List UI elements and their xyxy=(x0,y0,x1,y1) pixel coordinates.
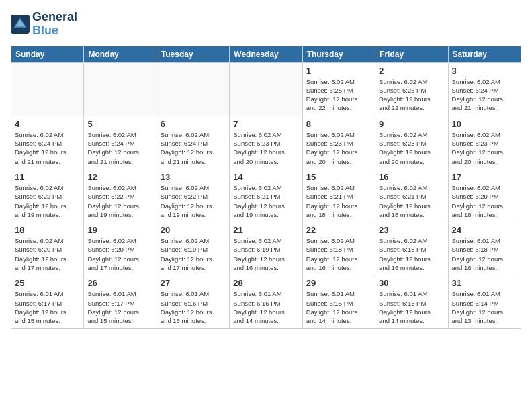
calendar-cell xyxy=(11,62,84,116)
calendar-cell xyxy=(157,62,229,116)
day-info: Sunrise: 6:01 AM Sunset: 6:15 PM Dayligh… xyxy=(306,289,371,325)
calendar-cell: 17Sunrise: 6:02 AM Sunset: 6:20 PM Dayli… xyxy=(448,169,521,222)
day-info: Sunrise: 6:01 AM Sunset: 6:18 PM Dayligh… xyxy=(452,236,517,272)
calendar-cell: 29Sunrise: 6:01 AM Sunset: 6:15 PM Dayli… xyxy=(302,275,375,328)
weekday-header-saturday: Saturday xyxy=(448,46,521,62)
day-number: 29 xyxy=(306,278,371,288)
weekday-header-monday: Monday xyxy=(84,46,157,62)
day-info: Sunrise: 6:02 AM Sunset: 6:21 PM Dayligh… xyxy=(233,183,298,219)
calendar-table: SundayMondayTuesdayWednesdayThursdayFrid… xyxy=(11,46,521,329)
calendar-cell: 22Sunrise: 6:02 AM Sunset: 6:18 PM Dayli… xyxy=(302,222,375,275)
day-number: 24 xyxy=(452,225,517,235)
day-info: Sunrise: 6:02 AM Sunset: 6:23 PM Dayligh… xyxy=(233,130,298,166)
calendar-cell: 1Sunrise: 6:02 AM Sunset: 6:25 PM Daylig… xyxy=(302,62,375,116)
calendar-cell: 26Sunrise: 6:01 AM Sunset: 6:17 PM Dayli… xyxy=(84,275,157,328)
day-info: Sunrise: 6:02 AM Sunset: 6:25 PM Dayligh… xyxy=(306,77,371,113)
day-number: 4 xyxy=(15,119,80,129)
day-number: 17 xyxy=(452,172,517,182)
day-info: Sunrise: 6:02 AM Sunset: 6:20 PM Dayligh… xyxy=(15,236,80,272)
day-number: 11 xyxy=(15,172,80,182)
calendar-cell: 27Sunrise: 6:01 AM Sunset: 6:16 PM Dayli… xyxy=(157,275,229,328)
day-number: 27 xyxy=(161,278,226,288)
week-row-5: 25Sunrise: 6:01 AM Sunset: 6:17 PM Dayli… xyxy=(11,275,521,328)
weekday-header-row: SundayMondayTuesdayWednesdayThursdayFrid… xyxy=(11,46,521,62)
day-number: 26 xyxy=(87,278,152,288)
weekday-header-tuesday: Tuesday xyxy=(157,46,229,62)
day-number: 14 xyxy=(233,172,298,182)
day-number: 13 xyxy=(161,172,226,182)
weekday-header-thursday: Thursday xyxy=(302,46,375,62)
day-info: Sunrise: 6:01 AM Sunset: 6:15 PM Dayligh… xyxy=(379,289,444,325)
page-header: General Blue xyxy=(11,11,521,38)
day-number: 25 xyxy=(15,278,80,288)
day-info: Sunrise: 6:02 AM Sunset: 6:24 PM Dayligh… xyxy=(161,130,226,166)
week-row-4: 18Sunrise: 6:02 AM Sunset: 6:20 PM Dayli… xyxy=(11,222,521,275)
calendar-cell: 30Sunrise: 6:01 AM Sunset: 6:15 PM Dayli… xyxy=(375,275,448,328)
calendar-cell: 3Sunrise: 6:02 AM Sunset: 6:24 PM Daylig… xyxy=(448,62,521,116)
day-info: Sunrise: 6:02 AM Sunset: 6:22 PM Dayligh… xyxy=(87,183,152,219)
calendar-cell: 18Sunrise: 6:02 AM Sunset: 6:20 PM Dayli… xyxy=(11,222,84,275)
day-number: 6 xyxy=(161,119,226,129)
day-number: 15 xyxy=(306,172,371,182)
calendar-cell xyxy=(84,62,157,116)
day-number: 16 xyxy=(379,172,444,182)
calendar-cell xyxy=(230,62,302,116)
calendar-cell: 14Sunrise: 6:02 AM Sunset: 6:21 PM Dayli… xyxy=(230,169,302,222)
weekday-header-friday: Friday xyxy=(375,46,448,62)
calendar-cell: 4Sunrise: 6:02 AM Sunset: 6:24 PM Daylig… xyxy=(11,116,84,169)
calendar-cell: 9Sunrise: 6:02 AM Sunset: 6:23 PM Daylig… xyxy=(375,116,448,169)
day-number: 3 xyxy=(452,66,517,76)
day-info: Sunrise: 6:02 AM Sunset: 6:23 PM Dayligh… xyxy=(452,130,517,166)
logo-text: General Blue xyxy=(32,11,77,38)
calendar-cell: 6Sunrise: 6:02 AM Sunset: 6:24 PM Daylig… xyxy=(157,116,229,169)
day-info: Sunrise: 6:02 AM Sunset: 6:23 PM Dayligh… xyxy=(379,130,444,166)
calendar-cell: 31Sunrise: 6:01 AM Sunset: 6:14 PM Dayli… xyxy=(448,275,521,328)
day-info: Sunrise: 6:02 AM Sunset: 6:19 PM Dayligh… xyxy=(161,236,226,272)
logo: General Blue xyxy=(11,11,77,38)
calendar-cell: 5Sunrise: 6:02 AM Sunset: 6:24 PM Daylig… xyxy=(84,116,157,169)
calendar-cell: 23Sunrise: 6:02 AM Sunset: 6:18 PM Dayli… xyxy=(375,222,448,275)
day-info: Sunrise: 6:02 AM Sunset: 6:25 PM Dayligh… xyxy=(379,77,444,113)
calendar-cell: 13Sunrise: 6:02 AM Sunset: 6:22 PM Dayli… xyxy=(157,169,229,222)
day-info: Sunrise: 6:01 AM Sunset: 6:17 PM Dayligh… xyxy=(87,289,152,325)
calendar-cell: 8Sunrise: 6:02 AM Sunset: 6:23 PM Daylig… xyxy=(302,116,375,169)
day-info: Sunrise: 6:01 AM Sunset: 6:14 PM Dayligh… xyxy=(452,289,517,325)
calendar-cell: 11Sunrise: 6:02 AM Sunset: 6:22 PM Dayli… xyxy=(11,169,84,222)
day-info: Sunrise: 6:02 AM Sunset: 6:21 PM Dayligh… xyxy=(306,183,371,219)
day-info: Sunrise: 6:02 AM Sunset: 6:18 PM Dayligh… xyxy=(306,236,371,272)
day-number: 20 xyxy=(161,225,226,235)
calendar-cell: 16Sunrise: 6:02 AM Sunset: 6:21 PM Dayli… xyxy=(375,169,448,222)
day-number: 18 xyxy=(15,225,80,235)
calendar-cell: 28Sunrise: 6:01 AM Sunset: 6:16 PM Dayli… xyxy=(230,275,302,328)
day-number: 10 xyxy=(452,119,517,129)
calendar-cell: 2Sunrise: 6:02 AM Sunset: 6:25 PM Daylig… xyxy=(375,62,448,116)
day-info: Sunrise: 6:02 AM Sunset: 6:21 PM Dayligh… xyxy=(379,183,444,219)
day-info: Sunrise: 6:01 AM Sunset: 6:17 PM Dayligh… xyxy=(15,289,80,325)
day-number: 28 xyxy=(233,278,298,288)
logo-icon xyxy=(11,15,30,34)
day-info: Sunrise: 6:02 AM Sunset: 6:24 PM Dayligh… xyxy=(15,130,80,166)
calendar-cell: 20Sunrise: 6:02 AM Sunset: 6:19 PM Dayli… xyxy=(157,222,229,275)
week-row-1: 1Sunrise: 6:02 AM Sunset: 6:25 PM Daylig… xyxy=(11,62,521,116)
day-number: 19 xyxy=(87,225,152,235)
day-number: 7 xyxy=(233,119,298,129)
calendar-cell: 15Sunrise: 6:02 AM Sunset: 6:21 PM Dayli… xyxy=(302,169,375,222)
day-number: 12 xyxy=(87,172,152,182)
day-info: Sunrise: 6:02 AM Sunset: 6:20 PM Dayligh… xyxy=(452,183,517,219)
day-number: 1 xyxy=(306,66,371,76)
day-info: Sunrise: 6:02 AM Sunset: 6:24 PM Dayligh… xyxy=(452,77,517,113)
calendar-cell: 21Sunrise: 6:02 AM Sunset: 6:19 PM Dayli… xyxy=(230,222,302,275)
day-number: 23 xyxy=(379,225,444,235)
calendar-cell: 19Sunrise: 6:02 AM Sunset: 6:20 PM Dayli… xyxy=(84,222,157,275)
day-number: 5 xyxy=(87,119,152,129)
day-info: Sunrise: 6:02 AM Sunset: 6:18 PM Dayligh… xyxy=(379,236,444,272)
day-number: 22 xyxy=(306,225,371,235)
week-row-2: 4Sunrise: 6:02 AM Sunset: 6:24 PM Daylig… xyxy=(11,116,521,169)
weekday-header-wednesday: Wednesday xyxy=(230,46,302,62)
calendar-cell: 10Sunrise: 6:02 AM Sunset: 6:23 PM Dayli… xyxy=(448,116,521,169)
calendar-body: 1Sunrise: 6:02 AM Sunset: 6:25 PM Daylig… xyxy=(11,62,521,328)
day-info: Sunrise: 6:02 AM Sunset: 6:19 PM Dayligh… xyxy=(233,236,298,272)
day-info: Sunrise: 6:02 AM Sunset: 6:22 PM Dayligh… xyxy=(15,183,80,219)
day-number: 9 xyxy=(379,119,444,129)
day-info: Sunrise: 6:02 AM Sunset: 6:20 PM Dayligh… xyxy=(87,236,152,272)
